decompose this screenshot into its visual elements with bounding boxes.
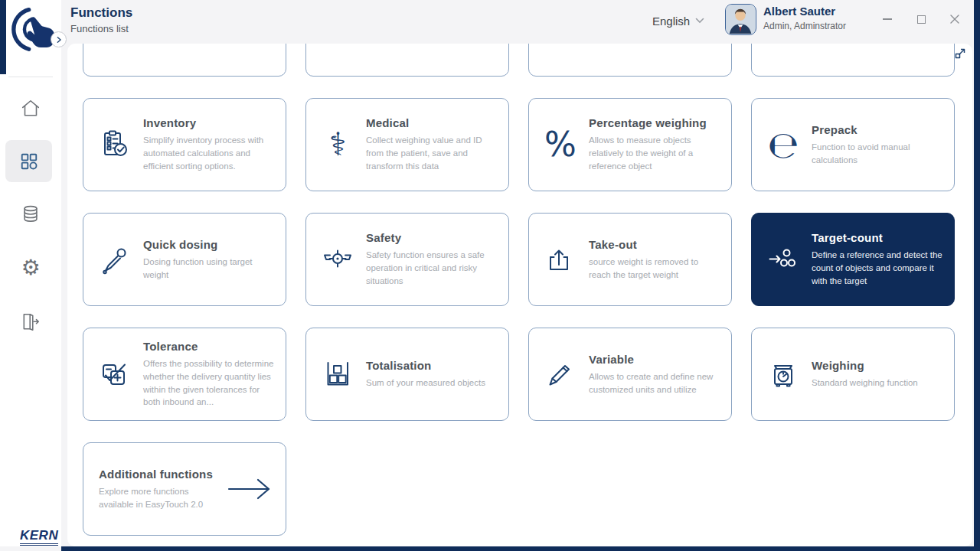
card-partial[interactable] [528, 44, 732, 77]
card-variable[interactable]: Variable Allows to create and define new… [528, 328, 732, 421]
kern-logo: KERN [20, 529, 58, 546]
card-title: Prepack [812, 123, 943, 136]
expand-icon [954, 47, 966, 60]
card-target-count[interactable]: Target-count Define a reference and dete… [751, 213, 955, 306]
card-title: Tolerance [143, 340, 275, 353]
inventory-icon [97, 129, 132, 160]
page-subtitle: Functions list [70, 23, 129, 34]
card-tolerance[interactable]: Tolerance Offers the possibility to dete… [83, 328, 286, 421]
home-icon [19, 97, 42, 120]
card-description: Function to avoid manual calculations [812, 141, 943, 166]
sidebar-item-logout[interactable] [17, 308, 44, 336]
card-take-out[interactable]: Take-out source weight is removed to rea… [528, 213, 732, 306]
variable-icon [543, 359, 578, 390]
card-prepack[interactable]: ℮ Prepack Function to avoid manual calcu… [751, 98, 955, 191]
card-totalisation[interactable]: Totalisation Sum of your measured object… [305, 328, 509, 421]
fullscreen-toggle-button[interactable] [953, 47, 967, 60]
brand-corner-accent [0, 0, 6, 74]
content-panel: Inventory Simplify inventory process wit… [67, 44, 972, 546]
card-description: Define a reference and detect the count … [812, 249, 943, 287]
user-name[interactable]: Albert Sauter [763, 5, 835, 18]
card-description: Allows to create and define new customiz… [589, 370, 720, 396]
maximize-button[interactable] [913, 11, 929, 27]
card-title: Totalisation [366, 359, 498, 372]
sidebar-item-database[interactable] [17, 201, 44, 228]
sidebar-item-functions-active[interactable] [5, 140, 52, 182]
chevron-right-icon [55, 36, 63, 44]
card-title: Take-out [589, 238, 720, 251]
card-description: Dosing function using target weight [143, 256, 275, 281]
card-title: Weighing [812, 359, 943, 372]
card-medical[interactable]: ⚕ Medical Collect weighing value and ID … [305, 98, 509, 191]
functions-grid: Inventory Simplify inventory process wit… [83, 44, 955, 536]
prepack-icon: ℮ [766, 126, 801, 163]
card-title: Safety [366, 231, 498, 244]
minimize-icon [883, 18, 892, 20]
minimize-button[interactable] [879, 11, 896, 27]
totalisation-icon [320, 359, 355, 390]
tolerance-icon [97, 359, 132, 390]
safety-icon [320, 244, 355, 275]
apps-grid-icon [17, 149, 41, 174]
sidebar: ⚙ KERN [0, 0, 61, 546]
card-quick-dosing[interactable]: Quick dosing Dosing function using targe… [83, 213, 286, 306]
card-description: Standard weighing function [812, 377, 943, 390]
card-title: Variable [589, 353, 720, 366]
card-safety[interactable]: Safety Safety function ensures a safe op… [305, 213, 509, 306]
close-icon [950, 15, 959, 24]
logout-icon [19, 311, 42, 334]
card-description: Allows to measure objects relatively to … [589, 134, 720, 172]
sidebar-item-home[interactable] [17, 95, 44, 122]
card-partial[interactable] [83, 44, 286, 77]
sidebar-item-settings[interactable]: ⚙ [17, 254, 44, 282]
sidebar-divider [8, 77, 53, 77]
chevron-down-icon [695, 18, 704, 24]
card-partial[interactable] [305, 44, 509, 77]
card-description: Explore more functions available in Easy… [99, 485, 224, 510]
card-additional-functions[interactable]: Additional functions Explore more functi… [83, 442, 286, 536]
card-description: Collect weighing value and ID from the p… [366, 134, 498, 172]
card-description: Safety function ensures a safe operation… [366, 249, 498, 287]
close-button[interactable] [946, 11, 963, 27]
app-window: { "header": { "title": "Functions", "sub… [0, 0, 980, 551]
avatar[interactable] [725, 4, 756, 35]
maximize-icon [917, 15, 926, 24]
card-percentage-weighing[interactable]: % Percentage weighing Allows to measure … [528, 98, 732, 191]
card-description: source weight is removed to reach the ta… [589, 256, 720, 281]
card-description: Offers the possibility to determine whet… [143, 357, 275, 409]
card-description: Sum of your measured objects [366, 377, 498, 390]
card-title: Target-count [812, 231, 943, 244]
sidebar-expand-button[interactable] [51, 31, 67, 47]
window-edge-right [974, 0, 980, 551]
user-role: Admin, Adminstrator [763, 21, 846, 31]
card-title: Inventory [143, 116, 275, 129]
percentage-icon: % [543, 128, 578, 161]
arrow-right-icon [227, 443, 272, 535]
window-edge-bottom [61, 546, 980, 551]
card-title: Quick dosing [143, 238, 275, 251]
weighing-icon [766, 359, 801, 390]
language-label: English [652, 15, 690, 28]
card-description: Simplify inventory process with automate… [143, 134, 275, 172]
language-dropdown[interactable]: English [652, 12, 704, 29]
take-out-icon [543, 244, 578, 275]
gear-icon: ⚙ [21, 257, 40, 279]
database-icon [19, 203, 42, 226]
card-partial[interactable] [751, 44, 955, 77]
easytouch-logo-icon [8, 3, 57, 61]
card-inventory[interactable]: Inventory Simplify inventory process wit… [83, 98, 286, 191]
medical-icon: ⚕ [320, 129, 355, 161]
card-title: Additional functions [99, 468, 224, 481]
target-count-icon [766, 244, 801, 275]
page-title: Functions [70, 5, 132, 21]
card-title: Percentage weighing [589, 116, 720, 129]
quick-dosing-icon [97, 244, 132, 275]
card-title: Medical [366, 116, 498, 129]
card-weighing[interactable]: Weighing Standard weighing function [751, 328, 955, 421]
